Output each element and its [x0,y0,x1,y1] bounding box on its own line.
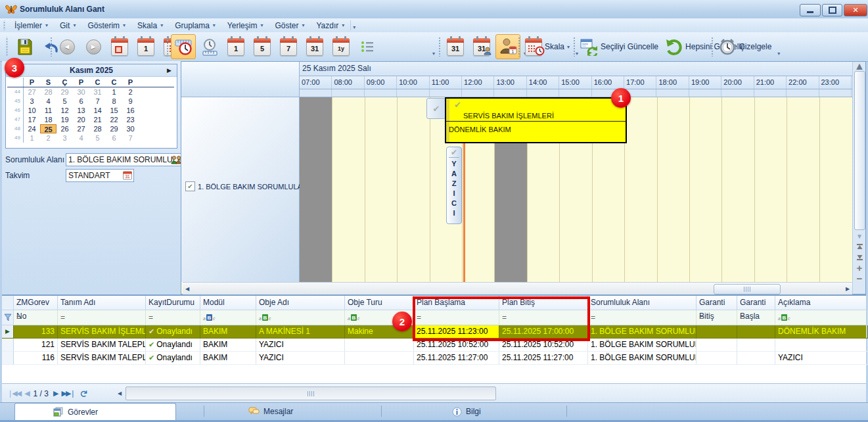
calendar-day[interactable]: 29 [106,124,122,133]
filter-cell-0[interactable]: = [14,310,58,325]
calendar-day[interactable]: 4 [73,133,89,143]
takvim-field[interactable]: STANDART 31 [66,169,134,182]
calendar-day[interactable]: 15 [106,106,122,115]
toolbar-grip[interactable] [5,37,9,57]
calendar-next-icon[interactable]: ▶ [167,67,171,74]
zoom-in-icon[interactable]: + [854,263,865,272]
calendar-selected-day[interactable]: 25 [40,124,57,133]
time-ruler-button[interactable] [197,34,222,59]
prev-page-button[interactable]: ◀ [24,389,28,398]
menu-item-4[interactable]: Gruplama▾ [169,20,221,32]
calendar-day[interactable]: 22 [106,115,122,124]
skala-button[interactable]: Skala ▾ [522,34,572,59]
filter-cell-11[interactable]: aBc [775,310,868,325]
calendar-day[interactable]: 30 [73,87,89,97]
menu-overflow-button[interactable]: ▾ [350,20,357,30]
column-header-2[interactable]: KayıtDurumu [146,296,200,310]
calendar-day[interactable]: 8 [106,97,122,106]
tab-mesajlar[interactable]: Mesajlar [217,403,367,420]
year-view-button[interactable]: 1y [329,34,354,59]
column-header-4[interactable]: Obje Adı [256,296,345,310]
collapse-top-icon[interactable] [854,242,865,251]
column-header-0[interactable]: ZMGorev No [14,296,58,310]
goto-day-button[interactable]: 1 [133,34,158,59]
scroll-up-icon[interactable]: ▲ [854,62,865,71]
calendar-day[interactable]: 7 [89,97,106,106]
update-selected-button[interactable]: Seçiliyi Güncelle [578,34,661,59]
gantt-horizontal-scrollbar[interactable]: ◀ ▶ [183,282,852,294]
refresh-icon[interactable]: ↻ [78,389,89,398]
calendar-day[interactable]: 6 [73,97,89,106]
menu-item-3[interactable]: Skala▾ [131,20,169,32]
task-bar[interactable]: ✔ SERVİS BAKIM İŞLEMLERİ DÖNEMLİK BAKIM [445,97,627,143]
column-header-6[interactable]: Plan Başlama [414,296,499,310]
filter-cell-9[interactable]: = [697,310,737,325]
calendar-day[interactable]: 2 [122,87,139,97]
filter-cell-6[interactable]: = [414,310,499,325]
menu-item-6[interactable]: Göster▾ [269,20,310,32]
collapse-bottom-icon[interactable] [854,252,865,262]
day-view-button[interactable]: 1 [223,34,248,59]
scroll-down-icon[interactable]: ▼ [854,231,865,241]
filter-cell-2[interactable]: = [146,310,200,325]
column-header-7[interactable]: Plan Bitiş [499,296,588,310]
calendar-day[interactable]: 5 [57,97,73,106]
gantt-vertical-scrollbar[interactable]: ▲ ▼ + − [852,62,865,294]
last-page-button[interactable]: ▶▶❘ [61,389,74,398]
filter-cell-3[interactable]: aBc [200,310,256,325]
list-view-button[interactable] [355,34,380,59]
first-page-button[interactable]: ❘◀◀ [7,389,20,398]
filter-cell-1[interactable]: = [58,310,146,325]
scrollbar-thumb[interactable] [714,284,781,294]
schedule-button[interactable]: Çizelgele [716,34,774,59]
table-row-2[interactable]: 116SERVİS BAKIM TALEPLERİ✔OnaylandıBAKIM… [2,352,866,365]
menu-item-0[interactable]: İşlemler▾ [9,20,54,32]
month-view-button[interactable]: 31 [302,34,327,59]
save-button[interactable] [12,34,37,59]
calendar-day[interactable]: 1 [106,87,122,97]
calendar-day[interactable]: 17 [24,115,40,124]
column-header-8[interactable]: Sorumluluk Alanı [588,296,697,310]
resource-row-label[interactable]: ✔ 1. BÖLGE BAKIM SORUMLULARI [185,181,309,191]
maximize-button[interactable] [822,4,842,16]
week-view-button[interactable]: 7 [276,34,301,59]
filter-cell-10[interactable]: = [737,310,775,325]
checkbox-checked-icon[interactable]: ✔ [185,181,195,191]
column-header-9[interactable]: Garanti Bitiş [697,296,737,310]
calendar-day[interactable]: 28 [40,87,57,97]
column-header-5[interactable]: Obje Turu [345,296,414,310]
column-header-3[interactable]: Modül [200,296,256,310]
calendar-day[interactable]: 19 [57,115,73,124]
menu-item-7[interactable]: Yazdır▾ [310,20,350,32]
filter-cell-8[interactable]: = [588,310,697,325]
calendar-day[interactable]: 16 [122,106,139,115]
calendar-day[interactable]: 3 [57,133,73,143]
group-overflow-button[interactable]: ▾ [430,37,437,57]
vertical-task-bar[interactable]: ✔ YAZICI [446,147,462,224]
table-row-0[interactable]: ▶133SERVİS BAKIM İŞLEMLERİ✔OnaylandıBAKI… [2,325,866,339]
calendar-day[interactable]: 1 [24,133,40,143]
menu-item-5[interactable]: Yerleşim▾ [221,20,269,32]
toolbar-grip[interactable] [3,20,6,30]
task-check-button[interactable]: ✔ [426,98,446,119]
scroll-left-icon[interactable]: ◀ [115,388,124,399]
calendar-day[interactable]: 9 [122,97,139,106]
calendar-day[interactable]: 13 [73,106,89,115]
tab-gorevler[interactable]: Görevler [14,403,176,420]
calendar-day[interactable]: 27 [73,124,89,133]
calendar-day[interactable]: 18 [40,115,57,124]
filter-cell-7[interactable]: = [499,310,588,325]
minimize-button[interactable] [800,4,821,16]
calendar-day[interactable]: 2 [40,133,57,143]
nav-forward-button[interactable]: ▶ [81,34,106,59]
calendar-day[interactable]: 31 [89,87,106,97]
column-header-1[interactable]: Tanım Adı [58,296,146,310]
calendar-day[interactable]: 27 [24,87,40,97]
calendar-day[interactable]: 12 [57,106,73,115]
person-calendar-button[interactable]: 1 [495,34,520,59]
column-header-11[interactable]: Açıklama [775,296,868,310]
calendar-day[interactable]: 14 [89,106,106,115]
month31-person-button[interactable]: 31 [469,34,494,59]
calendar-day[interactable]: 3 [24,97,40,106]
month31-button[interactable]: 31 [443,34,468,59]
